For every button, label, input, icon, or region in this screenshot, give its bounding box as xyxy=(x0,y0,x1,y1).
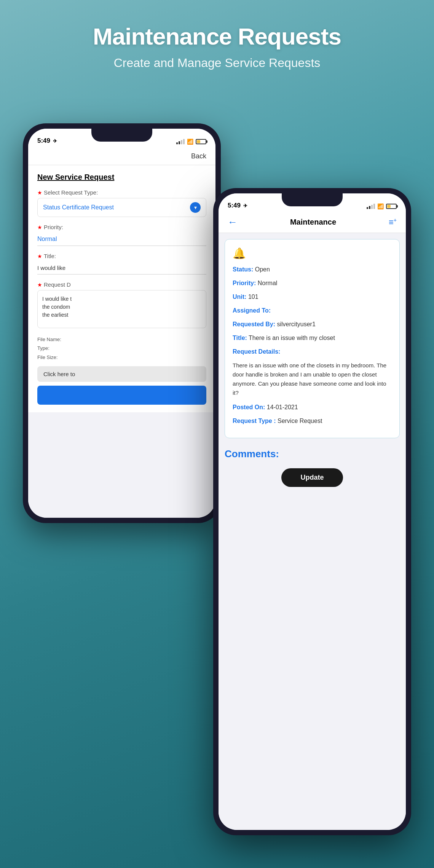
request-details-heading-row: Request Details: xyxy=(233,347,392,356)
phone-front-screen: 5:49 ✈ 📶 ← xyxy=(219,193,406,830)
title-label: ★ Title: xyxy=(37,253,206,259)
notch-front xyxy=(282,193,343,206)
title-label-front: Title: xyxy=(233,335,247,341)
nav-title-front: Maintenance xyxy=(290,218,336,227)
detail-card: 🔔 Status: Open Priority: Normal Unit: xyxy=(225,239,400,438)
request-details-field: ★ Request D I would like tthe condomthe … xyxy=(37,281,206,328)
battery-icon-back xyxy=(196,139,206,144)
detail-scroll[interactable]: 🔔 Status: Open Priority: Normal Unit: xyxy=(219,233,406,830)
phones-container: 5:49 ✈ 📶 Back xyxy=(0,93,434,759)
click-here-button[interactable]: Click here to xyxy=(37,366,206,382)
back-button-front[interactable]: ← xyxy=(228,216,238,228)
battery-icon-front xyxy=(386,204,397,209)
file-size-row: File Size: xyxy=(37,353,206,362)
requested-by-label: Requested By: xyxy=(233,321,275,327)
menu-icon-front[interactable]: ≡+ xyxy=(389,217,397,227)
form-title: New Service Request xyxy=(37,173,206,182)
nav-bar-front: ← Maintenance ≡+ xyxy=(219,212,406,233)
priority-row: Priority: Normal xyxy=(233,279,392,288)
title-row: Title: There is an issue with my closet xyxy=(233,333,392,343)
request-type-label-front: Request Type : xyxy=(233,418,276,424)
request-details-label: ★ Request D xyxy=(37,281,206,288)
request-type-label: ★ Select Request Type: xyxy=(37,189,206,196)
required-star-2: ★ xyxy=(37,224,42,230)
request-details-input[interactable]: I would like tthe condomthe earliest xyxy=(37,290,206,328)
request-details-body: There is an issue with one of the closet… xyxy=(233,361,392,397)
title-field: ★ Title: I would like xyxy=(37,253,206,274)
priority-field: ★ Priority: Normal xyxy=(37,224,206,246)
time-back: 5:49 ✈ xyxy=(37,137,57,145)
priority-value[interactable]: Normal xyxy=(37,233,206,246)
request-type-select[interactable]: Status Certificate Request ▾ xyxy=(37,198,206,217)
form-scroll: New Service Request ★ Select Request Typ… xyxy=(28,165,215,518)
request-type-value: Status Certificate Request xyxy=(43,204,114,211)
required-star-4: ★ xyxy=(37,282,42,288)
request-type-row: Request Type : Service Request xyxy=(233,416,392,426)
posted-on-row: Posted On: 14-01-2021 xyxy=(233,403,392,412)
signal-icon-back xyxy=(176,139,185,144)
requested-by-row: Requested By: silvercityuser1 xyxy=(233,320,392,329)
request-details-heading: Request Details: xyxy=(233,348,280,355)
unit-label: Unit: xyxy=(233,294,246,300)
posted-on-label: Posted On: xyxy=(233,404,265,410)
comments-heading: Comments: xyxy=(219,444,406,462)
file-info: File Name: Type: File Size: xyxy=(37,335,206,362)
status-icons-front: 📶 xyxy=(367,203,397,209)
assigned-to-label: Assigned To: xyxy=(233,307,271,314)
required-star-1: ★ xyxy=(37,190,42,196)
submit-button[interactable] xyxy=(37,386,206,405)
hero-section: Maintenance Requests Create and Manage S… xyxy=(0,0,434,85)
status-label: Status: xyxy=(233,266,253,273)
title-input[interactable]: I would like xyxy=(37,262,206,274)
phone-back: 5:49 ✈ 📶 Back xyxy=(23,123,221,523)
hero-title: Maintenance Requests xyxy=(8,23,426,50)
file-name-row: File Name: xyxy=(37,335,206,344)
status-row: Status: Open xyxy=(233,265,392,274)
request-details-text: I would like tthe condomthe earliest xyxy=(42,296,72,318)
back-button-back[interactable]: Back xyxy=(191,152,206,160)
status-icons-back: 📶 xyxy=(176,139,206,145)
file-type-row: Type: xyxy=(37,344,206,353)
update-button[interactable]: Update xyxy=(281,468,343,487)
request-type-field: ★ Select Request Type: Status Certificat… xyxy=(37,189,206,217)
wifi-icon-front: 📶 xyxy=(377,203,384,209)
wifi-icon-back: 📶 xyxy=(187,139,193,145)
phone-back-screen: 5:49 ✈ 📶 Back xyxy=(28,129,215,518)
phone-front: 5:49 ✈ 📶 ← xyxy=(213,188,411,835)
maintenance-icon: 🔔 xyxy=(233,247,392,260)
required-star-3: ★ xyxy=(37,253,42,259)
chevron-down-icon[interactable]: ▾ xyxy=(190,202,201,213)
time-front: 5:49 ✈ xyxy=(228,202,247,209)
signal-icon-front xyxy=(367,204,375,209)
form-content: New Service Request ★ Select Request Typ… xyxy=(28,165,215,412)
assigned-to-row: Assigned To: xyxy=(233,306,392,315)
notch-back xyxy=(91,129,152,142)
priority-label: ★ Priority: xyxy=(37,224,206,230)
hero-subtitle: Create and Manage Service Requests xyxy=(8,56,426,70)
nav-bar-back: Back xyxy=(28,148,215,165)
update-btn-container: Update xyxy=(219,462,406,493)
priority-label-front: Priority: xyxy=(233,280,256,286)
unit-row: Unit: 101 xyxy=(233,292,392,302)
